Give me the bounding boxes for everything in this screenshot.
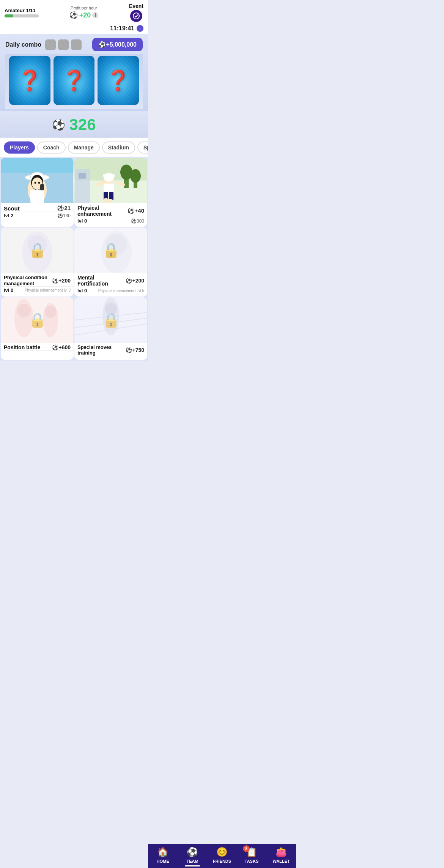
lock-icon-condition: 🔒 <box>28 242 46 259</box>
tab-manage[interactable]: Manage <box>68 141 100 154</box>
scout-image <box>1 158 74 203</box>
position-image: 🔒 <box>1 297 74 343</box>
mental-profit: ⚽+200 <box>126 278 144 284</box>
question-mark-3: ❓ <box>106 69 131 92</box>
lock-icon-position: 🔒 <box>28 312 46 328</box>
svg-point-0 <box>133 13 139 19</box>
profit-section: Profit per hour ⚽ +20 i <box>66 4 102 21</box>
mental-footer: lvl 0 Physical enhancement lvl 5 <box>74 287 147 297</box>
scout-name-section: Scout ⚽21 <box>1 203 74 212</box>
level-label: Amateur 1/11 <box>5 8 39 13</box>
top-bar: Amateur 1/11 Profit per hour ⚽ +20 i Eve… <box>0 0 148 24</box>
level-section: Amateur 1/11 <box>5 8 39 17</box>
card-scout[interactable]: Scout ⚽21 lvl 2 ⚽130 <box>1 158 74 227</box>
score-value: 326 <box>69 116 96 134</box>
card-physical-enhancement[interactable]: Physical enhancement ⚽+40 lvl 0 ⚽300 <box>74 158 147 227</box>
mental-image: 🔒 <box>74 228 147 273</box>
svg-rect-10 <box>30 190 44 203</box>
combo-reward-text: ⚽+5,000,000 <box>98 41 137 48</box>
question-mark-1: ❓ <box>17 69 42 92</box>
svg-rect-11 <box>40 184 44 190</box>
svg-rect-19 <box>79 173 86 179</box>
svg-point-9 <box>38 182 40 184</box>
score-section: ⚽ 326 <box>0 111 148 138</box>
card-special-moves[interactable]: 🔒 Special moves training ⚽+750 <box>74 297 147 360</box>
daily-combo-section: Daily combo ⚽+5,000,000 ❓ ❓ ❓ <box>0 34 148 111</box>
tab-stadium[interactable]: Stadium <box>102 141 135 154</box>
special-footer <box>74 356 147 360</box>
physical-name-section: Physical enhancement ⚽+40 <box>74 203 147 217</box>
score-ball-icon: ⚽ <box>52 119 65 131</box>
scout-name: Scout <box>4 205 20 212</box>
physical-profit: ⚽+40 <box>128 207 144 214</box>
event-section: Event <box>129 3 143 22</box>
physical-footer: lvl 0 ⚽300 <box>74 217 147 227</box>
mental-name-section: Mental Fortification ⚽+200 <box>74 273 147 287</box>
event-icon[interactable] <box>130 10 142 22</box>
lock-icon-mental: 🔒 <box>102 242 120 259</box>
physical-cost: ⚽300 <box>131 218 144 224</box>
svg-rect-29 <box>108 199 113 203</box>
card-mental-fortification[interactable]: 🔒 Mental Fortification ⚽+200 lvl 0 Physi… <box>74 228 147 297</box>
profit-ball: ⚽ <box>69 11 78 19</box>
scout-level: lvl 2 <box>4 213 13 218</box>
category-tabs: Players Coach Manage Stadium Specials <box>0 138 148 157</box>
position-footer <box>1 350 74 355</box>
question-cards: ❓ ❓ ❓ <box>5 54 143 109</box>
profit-value: ⚽ +20 i <box>69 11 99 19</box>
condition-name-section: Physical condition management ⚽+200 <box>1 273 74 286</box>
scout-footer: lvl 2 ⚽130 <box>1 212 74 221</box>
svg-point-40 <box>44 306 57 318</box>
question-card-3[interactable]: ❓ <box>98 56 139 105</box>
combo-slot-1 <box>45 39 56 50</box>
scout-profit: ⚽21 <box>57 205 71 212</box>
svg-point-8 <box>35 182 36 184</box>
cards-grid: Scout ⚽21 lvl 2 ⚽130 <box>0 157 148 361</box>
tab-specials[interactable]: Specials <box>137 141 148 154</box>
profit-amount: +20 <box>79 11 91 19</box>
card-physical-condition[interactable]: 🔒 Physical condition management ⚽+200 lv… <box>1 228 74 297</box>
mental-name: Mental Fortification <box>77 275 126 287</box>
special-image: 🔒 <box>74 297 147 343</box>
condition-profit: ⚽+200 <box>52 278 71 284</box>
physical-level: lvl 0 <box>77 218 87 224</box>
combo-slot-2 <box>58 39 69 50</box>
combo-slot-3 <box>71 39 82 50</box>
mental-prereq: Physical enhancement lvl 5 <box>87 289 144 293</box>
tab-coach[interactable]: Coach <box>37 141 66 154</box>
time-info-icon[interactable]: i <box>137 25 143 32</box>
condition-footer: lvl 0 Physical enhancement lvl 3 <box>1 286 74 296</box>
condition-level: lvl 0 <box>4 287 13 293</box>
profit-label: Profit per hour <box>71 6 97 10</box>
mental-level: lvl 0 <box>77 288 87 294</box>
combo-reward-button[interactable]: ⚽+5,000,000 <box>92 38 143 51</box>
condition-prereq: Physical enhancement lvl 3 <box>13 288 71 292</box>
profit-info-icon[interactable]: i <box>92 12 98 18</box>
condition-name: Physical condition management <box>4 275 52 286</box>
time-bar: 11:19:41 i <box>0 24 148 34</box>
combo-slots <box>45 39 82 50</box>
progress-fill <box>5 14 13 17</box>
combo-label: Daily combo <box>5 41 41 48</box>
physical-image <box>74 158 147 203</box>
question-mark-2: ❓ <box>62 69 87 92</box>
position-name-section: Position battle ⚽+600 <box>1 343 74 350</box>
question-card-2[interactable]: ❓ <box>54 56 95 105</box>
tab-players[interactable]: Players <box>4 141 35 154</box>
time-display: 11:19:41 <box>110 25 134 32</box>
physical-condition-image: 🔒 <box>1 228 74 273</box>
event-label: Event <box>129 3 143 9</box>
svg-point-17 <box>130 169 141 183</box>
combo-header: Daily combo ⚽+5,000,000 <box>5 38 143 51</box>
card-position-battle[interactable]: 🔒 Position battle ⚽+600 <box>1 297 74 360</box>
position-name: Position battle <box>4 344 40 350</box>
physical-name: Physical enhancement <box>77 205 128 217</box>
lock-icon-special: 🔒 <box>102 312 120 328</box>
question-card-1[interactable]: ❓ <box>9 56 50 105</box>
progress-bar <box>5 14 39 17</box>
special-name: Special moves training <box>77 344 126 356</box>
position-profit: ⚽+600 <box>52 344 71 350</box>
special-name-section: Special moves training ⚽+750 <box>74 343 147 356</box>
special-profit: ⚽+750 <box>126 347 144 353</box>
svg-point-22 <box>103 173 115 178</box>
